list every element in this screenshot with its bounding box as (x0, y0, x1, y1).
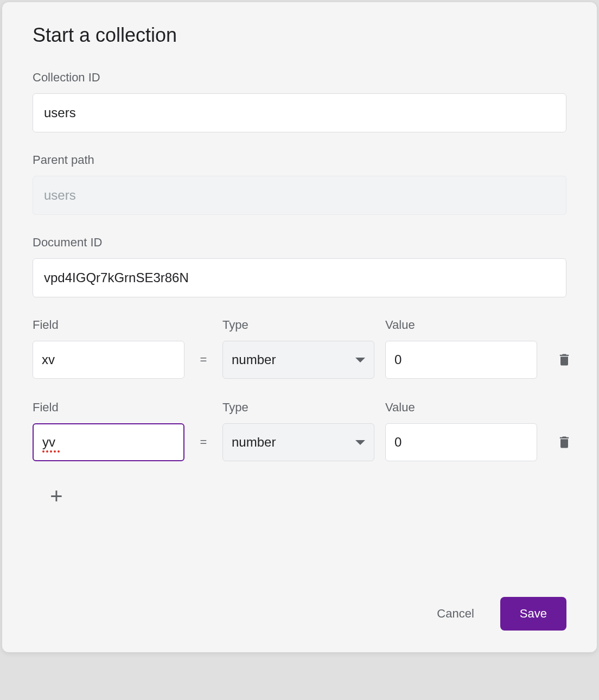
field-value-input[interactable] (385, 341, 537, 379)
field-name-input[interactable] (33, 423, 184, 461)
dialog-actions: Cancel Save (424, 597, 566, 631)
field-type-value: number (232, 352, 355, 367)
field-type-select[interactable]: number (222, 423, 374, 461)
trash-icon (557, 351, 572, 368)
field-name-col: Field (33, 400, 184, 461)
field-name-col: Field (33, 318, 184, 379)
collection-id-label: Collection ID (33, 71, 566, 85)
equals-sign: = (195, 353, 212, 379)
add-field-button[interactable]: + (43, 483, 69, 509)
equals-sign: = (195, 435, 212, 461)
collection-id-input[interactable] (33, 93, 566, 132)
field-type-col: Type number (222, 318, 374, 379)
cancel-button[interactable]: Cancel (424, 598, 487, 629)
field-value-label: Value (385, 318, 537, 332)
field-row: Field = Type number Value (33, 318, 566, 379)
field-type-col: Type number (222, 400, 374, 461)
save-button[interactable]: Save (500, 597, 566, 631)
fields-container: Field = Type number Value (33, 318, 566, 509)
dialog-title: Start a collection (33, 24, 566, 47)
delete-field-button[interactable] (548, 423, 581, 461)
field-row: Field = Type number Value (33, 400, 566, 461)
field-name-label: Field (33, 400, 184, 415)
chevron-down-icon (355, 440, 365, 445)
parent-path-group: Parent path (33, 153, 566, 215)
document-id-label: Document ID (33, 236, 566, 250)
field-value-col: Value (385, 318, 537, 379)
field-value-input[interactable] (385, 423, 537, 461)
delete-field-button[interactable] (548, 341, 581, 379)
parent-path-input (33, 176, 566, 215)
field-type-label: Type (222, 318, 374, 332)
field-name-input[interactable] (33, 341, 184, 379)
spellcheck-dots (42, 450, 60, 453)
trash-icon (557, 434, 572, 451)
document-id-group: Document ID (33, 236, 566, 297)
collection-id-group: Collection ID (33, 71, 566, 132)
chevron-down-icon (355, 358, 365, 362)
field-name-label: Field (33, 318, 184, 332)
parent-path-label: Parent path (33, 153, 566, 167)
start-collection-dialog: Start a collection Collection ID Parent … (2, 2, 597, 652)
field-value-label: Value (385, 400, 537, 415)
field-type-value: number (232, 435, 355, 450)
field-type-select[interactable]: number (222, 341, 374, 379)
plus-icon: + (50, 485, 62, 507)
document-id-input[interactable] (33, 258, 566, 297)
field-type-label: Type (222, 400, 374, 415)
field-value-col: Value (385, 400, 537, 461)
